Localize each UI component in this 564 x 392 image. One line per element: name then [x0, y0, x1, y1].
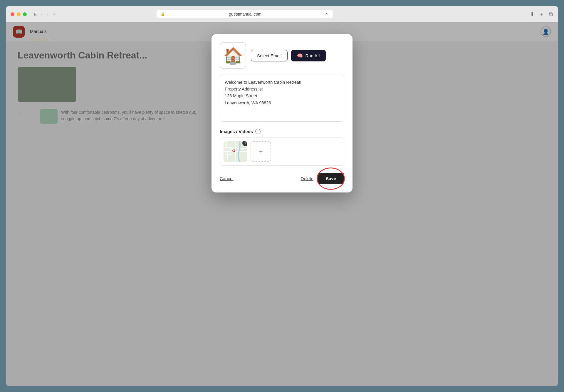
sidebar-toggle-button[interactable]: ⊡ [33, 10, 39, 18]
minimize-button[interactable] [17, 12, 21, 16]
svg-rect-8 [225, 154, 231, 155]
share-button[interactable]: ⬆ [529, 10, 535, 18]
lock-icon: 🔒 [161, 12, 165, 16]
new-tab-button[interactable]: ＋ [538, 10, 545, 18]
footer-right: Delete Save [301, 173, 344, 184]
ai-icon: 🧠 [297, 53, 303, 58]
svg-rect-7 [229, 148, 235, 150]
save-button[interactable]: Save [318, 173, 344, 184]
add-image-button[interactable]: + [251, 141, 271, 162]
address-bar[interactable]: 🔒 guestmanual.com ↻ [157, 10, 333, 18]
modal-overlay: 🏠 Select Emoji 🧠 Run A.I Images / Videos… [6, 22, 558, 386]
title-bar: ⊡ ∨ ‹ › 🔒 guestmanual.com ↻ ⬆ ＋ ⧉ [6, 6, 558, 22]
run-ai-button[interactable]: 🧠 Run A.I [291, 50, 325, 61]
map-thumbnail: ✕ [224, 141, 247, 162]
delete-button[interactable]: Delete [301, 176, 313, 181]
forward-button[interactable]: › [51, 11, 56, 17]
content-textarea[interactable] [220, 75, 344, 122]
nav-controls: ⊡ ∨ ‹ › [33, 10, 57, 18]
refresh-icon[interactable]: ↻ [325, 12, 329, 16]
save-btn-wrapper: Save [318, 173, 344, 184]
maximize-button[interactable] [23, 12, 27, 16]
select-emoji-button[interactable]: Select Emoji [251, 50, 288, 61]
run-ai-label: Run A.I [305, 53, 320, 58]
cancel-button[interactable]: Cancel [220, 176, 234, 181]
emoji-preview: 🏠 [220, 42, 246, 69]
modal-footer: Cancel Delete Save [220, 173, 344, 184]
emoji-buttons: Select Emoji 🧠 Run A.I [251, 50, 326, 61]
svg-point-6 [233, 150, 235, 152]
traffic-lights [11, 12, 27, 16]
images-container: ✕ + [220, 138, 344, 166]
images-label-text: Images / Videos [220, 129, 253, 134]
images-section-label: Images / Videos i [220, 129, 344, 134]
emoji-display: 🏠 [223, 46, 243, 65]
url-text: guestmanual.com [167, 12, 323, 16]
modal-dialog: 🏠 Select Emoji 🧠 Run A.I Images / Videos… [212, 34, 352, 192]
emoji-section: 🏠 Select Emoji 🧠 Run A.I [220, 42, 344, 69]
close-button[interactable] [11, 12, 14, 16]
tabs-overview-button[interactable]: ⧉ [548, 11, 553, 18]
toolbar-right: ⬆ ＋ ⧉ [529, 10, 553, 18]
info-icon[interactable]: i [255, 129, 261, 134]
back-button[interactable]: ‹ [45, 11, 50, 17]
